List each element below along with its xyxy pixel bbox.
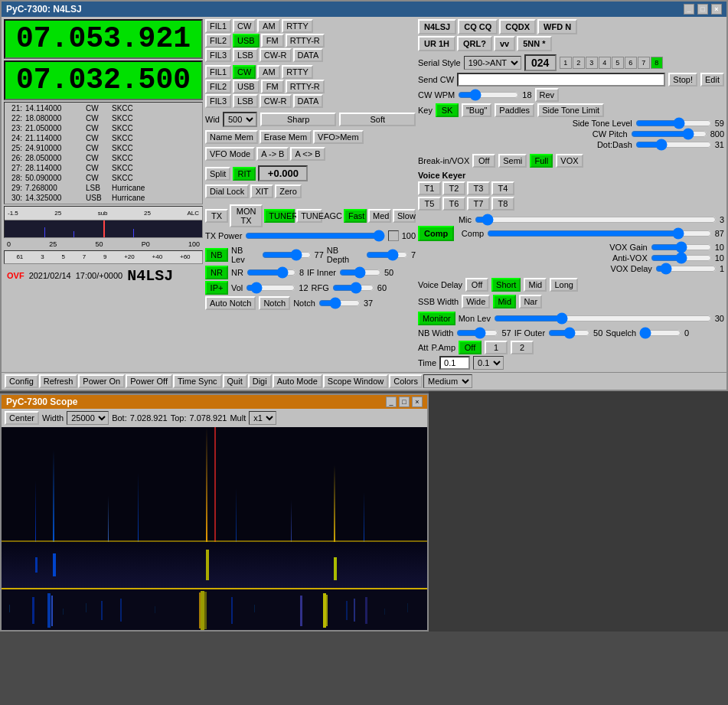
erase-mem-btn[interactable]: Erase Mem (260, 130, 312, 144)
nb-lev-slider[interactable] (262, 250, 312, 259)
edit-btn[interactable]: Edit (700, 73, 724, 86)
fil3-btn-bot[interactable]: FIL3 (205, 94, 231, 108)
comp-slider[interactable] (487, 229, 712, 238)
zero-btn[interactable]: Zero (275, 184, 302, 198)
bit-3[interactable]: 3 (586, 57, 598, 69)
ssb-wide-btn[interactable]: Wide (462, 295, 490, 308)
t6-btn[interactable]: T6 (442, 197, 465, 211)
auto-notch-btn[interactable]: Auto Notch (205, 296, 256, 310)
tuner-btn[interactable]: TUNER (264, 209, 295, 223)
mic-slider[interactable] (475, 215, 717, 224)
usb-btn-bot[interactable]: USB (233, 80, 260, 93)
log-entry-23[interactable]: 23:21.050000CWSKCC (5, 123, 201, 133)
am-btn-top[interactable]: AM (257, 19, 280, 33)
nb-width-slider[interactable] (456, 328, 498, 338)
slow-btn[interactable]: Slow (393, 209, 416, 223)
serial-style-select[interactable]: 190->ANT (464, 56, 521, 70)
rev-btn[interactable]: Rev (535, 88, 560, 102)
monitor-btn[interactable]: Monitor (418, 312, 455, 325)
log-entry-26[interactable]: 26:28.050000CWSKCC (5, 153, 201, 163)
macro-wfd-n[interactable]: WFD N (537, 19, 577, 34)
data-btn-bot[interactable]: DATA (293, 94, 324, 108)
cw-pitch-slider[interactable] (631, 129, 707, 139)
time-select[interactable]: 0.1 (473, 356, 504, 370)
colors-select[interactable]: MediumLightDark (423, 374, 472, 388)
am-btn-bot[interactable]: AM (257, 65, 280, 79)
t7-btn[interactable]: T7 (467, 197, 490, 211)
name-mem-btn[interactable]: Name Mem (205, 130, 258, 144)
bit-4[interactable]: 4 (599, 57, 611, 69)
fil3-btn-top[interactable]: FIL3 (205, 48, 231, 62)
side-tone-slider[interactable] (635, 119, 712, 128)
fil2-btn-bot[interactable]: FIL2 (205, 80, 231, 93)
log-entry-28[interactable]: 28:50.090000CWSKCC (5, 173, 201, 183)
maximize-btn[interactable]: □ (697, 4, 708, 15)
scope-maximize-btn[interactable]: □ (399, 397, 410, 407)
notch-btn[interactable]: Notch (259, 296, 290, 310)
rtty-r-btn-top[interactable]: RTTY-R (286, 34, 325, 47)
nb-depth-slider[interactable] (366, 250, 408, 259)
t2-btn[interactable]: T2 (442, 181, 465, 195)
rit-btn[interactable]: RIT (233, 167, 256, 181)
ip-plus-btn[interactable]: IP+ (205, 281, 228, 295)
log-entry-21[interactable]: 21:14.114000CWSKCC (5, 103, 201, 113)
minimize-btn[interactable]: _ (684, 4, 694, 15)
cw-r-btn-top[interactable]: CW-R (260, 48, 292, 62)
rtty-btn-bot[interactable]: RTTY (282, 65, 313, 79)
vfo-mode-btn[interactable]: VFO Mode (205, 147, 255, 161)
if-inner-slider[interactable] (339, 268, 381, 277)
bit-8[interactable]: 8 (651, 57, 663, 69)
ssb-mid-btn[interactable]: Mid (493, 295, 516, 308)
digi-btn[interactable]: Digi (248, 374, 272, 388)
bit-7[interactable]: 7 (638, 57, 650, 69)
mon-lev-slider[interactable] (494, 314, 712, 323)
bit-1[interactable]: 1 (560, 57, 572, 69)
a-b-btn[interactable]: A -> B (256, 147, 289, 161)
voice-delay-off-btn[interactable]: Off (465, 278, 488, 292)
cw-input[interactable] (457, 73, 665, 86)
dial-lock-btn[interactable]: Dial Lock (205, 184, 249, 198)
macro-cq-cq[interactable]: CQ CQ (458, 19, 498, 34)
voice-delay-mid-btn[interactable]: Mid (524, 278, 547, 292)
scope-width-select[interactable]: 25000 (67, 411, 109, 425)
bit-2[interactable]: 2 (573, 57, 585, 69)
config-btn[interactable]: Config (5, 374, 38, 388)
time-sync-btn[interactable]: Time Sync (173, 374, 222, 388)
sharp-btn[interactable]: Sharp (260, 113, 337, 126)
tune-btn[interactable]: TUNE (296, 209, 322, 223)
scope-window-btn[interactable]: Scope Window (323, 374, 388, 388)
log-entry-30[interactable]: 30:14.325000USBHurricane (5, 193, 201, 203)
cw-btn-bot[interactable]: CW (233, 65, 256, 79)
lsb-btn-bot[interactable]: LSB (233, 94, 258, 108)
vfo-mem-btn[interactable]: VFO>Mem (313, 130, 363, 144)
macro-cqdx[interactable]: CQDX (499, 19, 536, 34)
med-btn[interactable]: Med (368, 209, 391, 223)
vox-btn[interactable]: VOX (556, 154, 583, 168)
scope-close-btn[interactable]: × (412, 397, 423, 407)
wid-select[interactable]: 500 (223, 112, 257, 127)
log-entry-24[interactable]: 24:21.114000CWSKCC (5, 133, 201, 143)
power-on-btn[interactable]: Power On (78, 374, 125, 388)
tx-btn[interactable]: TX (205, 209, 228, 223)
fm-btn-bot[interactable]: FM (261, 80, 284, 93)
t8-btn[interactable]: T8 (491, 197, 514, 211)
log-entry-22[interactable]: 22:18.080000CWSKCC (5, 113, 201, 123)
notch-slider[interactable] (318, 299, 361, 308)
macro-ur-1h[interactable]: UR 1H (418, 36, 455, 51)
squelch-slider[interactable] (639, 328, 681, 338)
ssb-nar-btn[interactable]: Nar (519, 295, 542, 308)
voice-delay-short-btn[interactable]: Short (491, 278, 521, 292)
sk-btn[interactable]: SK (436, 103, 459, 117)
fast-btn[interactable]: Fast (344, 209, 367, 223)
xit-btn[interactable]: XIT (250, 184, 273, 198)
mon-tx-btn[interactable]: MON TX (230, 204, 263, 227)
side-tone-limit-btn[interactable]: Side Tone Limit (537, 103, 604, 117)
paddles-btn[interactable]: Paddles (495, 103, 534, 117)
fil2-btn-top[interactable]: FIL2 (205, 34, 231, 47)
time-input[interactable] (439, 356, 470, 370)
t4-btn[interactable]: T4 (491, 181, 514, 195)
fm-btn-top[interactable]: FM (261, 34, 284, 47)
fil1-btn-bot[interactable]: FIL1 (205, 65, 231, 79)
usb-btn-top[interactable]: USB (233, 34, 260, 47)
macro-vv[interactable]: vv (494, 36, 515, 51)
